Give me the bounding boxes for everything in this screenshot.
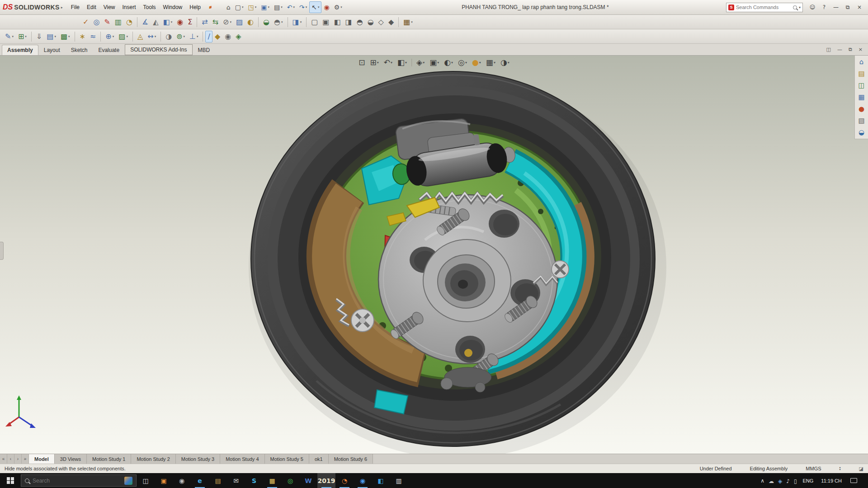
bottom-view-icon[interactable]: ◒	[365, 16, 376, 28]
large-design-review-icon[interactable]: ◈	[233, 31, 243, 42]
appearances-icon[interactable]: ●	[859, 105, 864, 113]
equations-icon[interactable]: Σ	[185, 16, 194, 28]
undo-icon[interactable]: ↶	[285, 1, 297, 13]
reference-geometry-icon[interactable]: ⊥	[187, 31, 200, 42]
snapshot-icon[interactable]: ◉	[222, 31, 233, 42]
menu-item[interactable]: View	[100, 3, 119, 12]
interference-detection-icon[interactable]: ⇄	[199, 16, 210, 28]
task-view-icon[interactable]: ◫	[137, 473, 155, 488]
doc-close-icon[interactable]: ×	[859, 45, 863, 53]
design-library-icon[interactable]: ▤	[858, 70, 864, 78]
command-tab[interactable]: SOLIDWORKS Add-Ins	[125, 44, 192, 55]
assembly-features-icon[interactable]: ⊚	[174, 31, 187, 42]
view-settings-icon[interactable]: ◑	[498, 58, 512, 67]
doc-restore-icon[interactable]: ⧉	[849, 45, 852, 53]
view-orientation-icon[interactable]: ▣	[427, 58, 441, 67]
performance-evaluation-icon[interactable]: ◐	[245, 16, 256, 28]
previous-view-icon[interactable]: ↶	[382, 58, 395, 67]
new-document-icon[interactable]: ▢	[233, 1, 246, 13]
save-icon[interactable]: ▣	[259, 1, 272, 13]
command-tab[interactable]: Evaluate	[93, 45, 125, 55]
viewport-canvas[interactable]	[0, 56, 868, 454]
right-view-icon[interactable]: ◨	[343, 16, 354, 28]
help-icon[interactable]: ?	[818, 2, 830, 12]
tape-measure-icon[interactable]: ∕	[205, 31, 212, 42]
unit-system-dropdown[interactable]: ▴ ▾	[840, 466, 841, 471]
tab-scroll-button[interactable]: ‹	[7, 454, 14, 464]
hole-alignment-icon[interactable]: ⊘	[221, 16, 234, 28]
exploded-view-icon[interactable]: ∗	[77, 31, 88, 42]
start-button[interactable]	[0, 473, 21, 488]
doc-minimize-icon[interactable]: —	[837, 45, 842, 53]
graphics-area[interactable]: ⊡⊞↶◧◈▣◐◎●▦◑ ⌂▤◫▦●▧◒	[0, 56, 868, 454]
design-checker-icon[interactable]: ▥	[113, 16, 124, 28]
select-icon[interactable]: ↖	[309, 1, 321, 13]
feature-manager-collapsed-tab[interactable]	[0, 242, 4, 260]
explorer-icon[interactable]: ▦	[263, 473, 281, 488]
zoom-fit-icon[interactable]: ⊡	[356, 58, 367, 67]
model-tab[interactable]: Motion Study 5	[265, 454, 309, 464]
annotations-visibility-icon[interactable]: ◈	[414, 58, 427, 67]
command-tab[interactable]: Assembly	[2, 45, 38, 55]
onedrive-icon[interactable]: ☁	[769, 477, 774, 485]
command-tab[interactable]: Sketch	[66, 45, 93, 55]
security-icon[interactable]: ◈	[778, 477, 782, 485]
pane-split-icon[interactable]: ◫	[826, 45, 831, 53]
pin-icon[interactable]: ♦	[204, 1, 217, 14]
tab-scroll-button[interactable]: »	[22, 454, 29, 464]
search-commands-box[interactable]: S ▾	[726, 3, 803, 12]
explode-line-sketch-icon[interactable]: ≈	[88, 31, 98, 42]
minimize-icon[interactable]: —	[830, 2, 842, 12]
clearance-verification-icon[interactable]: ⇆	[210, 16, 221, 28]
menu-item[interactable]: File	[67, 3, 83, 12]
apply-scene-icon[interactable]: ▦	[484, 58, 498, 67]
smart-components-icon[interactable]: ◬	[135, 31, 145, 42]
symmetry-check-icon[interactable]: ◓	[272, 16, 285, 28]
zoom-area-icon[interactable]: ⊞	[368, 58, 381, 67]
options-icon[interactable]: ⚙	[332, 1, 344, 13]
model-tab[interactable]: Motion Study 6	[329, 454, 373, 464]
hide-show-items-icon[interactable]: ◎	[456, 58, 469, 67]
taskbar-search[interactable]	[21, 474, 137, 487]
vscode-icon[interactable]: ◧	[372, 473, 390, 488]
volume-icon[interactable]: ♪	[786, 477, 790, 485]
curvature-icon[interactable]: ◒	[261, 16, 272, 28]
user-icon[interactable]: ☺	[807, 2, 818, 12]
documents-folder-icon[interactable]: ▤	[209, 473, 227, 488]
mate-icon[interactable]: ⊕	[103, 31, 116, 42]
menu-item[interactable]: Tools	[140, 3, 160, 12]
left-view-icon[interactable]: ◧	[331, 16, 343, 28]
front-view-icon[interactable]: ▢	[309, 16, 320, 28]
battery-icon[interactable]: ▯	[794, 477, 797, 485]
spotify-icon[interactable]: ◎	[281, 473, 299, 488]
status-tag-icon[interactable]: ◪	[859, 466, 863, 472]
custom-properties-icon[interactable]: ▧	[858, 117, 864, 125]
word-icon[interactable]: W	[299, 473, 317, 488]
menu-item[interactable]: Help	[186, 3, 204, 12]
search-highlight-thumbnail[interactable]	[124, 477, 132, 485]
edit-appearance-icon[interactable]: ●	[470, 58, 483, 67]
spell-checker-icon[interactable]: ✓	[80, 16, 91, 28]
section-view-icon[interactable]: ◨	[290, 16, 304, 28]
display-style-icon[interactable]: ◐	[442, 58, 455, 67]
costing-icon[interactable]: ◔	[124, 16, 135, 28]
firefox-icon[interactable]: ◔	[335, 473, 354, 488]
print-icon[interactable]: ▤	[272, 1, 285, 13]
action-center-icon[interactable]	[850, 478, 857, 483]
solidworks-resources-icon[interactable]: ⌂	[859, 58, 864, 66]
show-hidden-components-icon[interactable]: ◑	[163, 31, 174, 42]
section-properties-icon[interactable]: ◧	[161, 16, 175, 28]
move-component-icon[interactable]: ↔	[145, 31, 158, 42]
open-icon[interactable]: ◳	[245, 1, 259, 13]
model-tab[interactable]: Motion Study 4	[220, 454, 264, 464]
menu-item[interactable]: Edit	[83, 3, 100, 12]
taskbar-search-input[interactable]	[33, 478, 121, 484]
edge-icon[interactable]: e	[191, 473, 209, 488]
home-icon[interactable]: ⌂	[224, 1, 233, 13]
forum-icon[interactable]: ◒	[859, 128, 864, 136]
view-palette-icon[interactable]: ▦	[858, 93, 864, 101]
edit-component-icon[interactable]: ✎	[3, 31, 16, 42]
insert-components-icon[interactable]: ⊞	[16, 31, 29, 42]
photos-app-icon[interactable]: ▣	[155, 473, 173, 488]
solidworks-app-icon[interactable]: 2019	[317, 473, 335, 488]
